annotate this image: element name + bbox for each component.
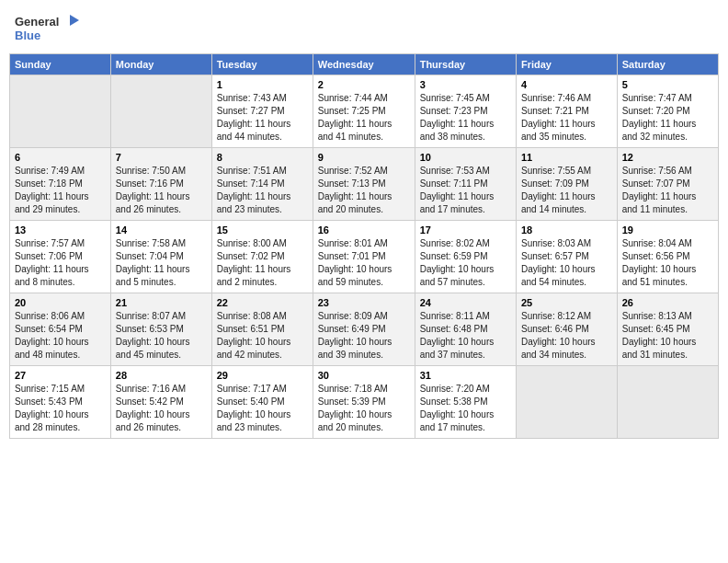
- day-number: 16: [318, 224, 410, 236]
- day-cell: [617, 366, 718, 439]
- day-info: Sunrise: 8:02 AM Sunset: 6:59 PM Dayligh…: [420, 237, 511, 289]
- day-number: 4: [521, 79, 612, 90]
- column-headers: SundayMondayTuesdayWednesdayThursdayFrid…: [10, 54, 719, 75]
- day-number: 5: [622, 79, 713, 90]
- day-number: 20: [15, 297, 106, 308]
- column-header-tuesday: Tuesday: [211, 54, 313, 75]
- week-row-1: 1Sunrise: 7:43 AM Sunset: 7:27 PM Daylig…: [10, 75, 719, 148]
- day-info: Sunrise: 8:04 AM Sunset: 6:56 PM Dayligh…: [622, 237, 713, 289]
- day-number: 30: [318, 370, 410, 381]
- day-info: Sunrise: 8:07 AM Sunset: 6:53 PM Dayligh…: [116, 310, 207, 362]
- logo: General Blue: [15, 13, 79, 42]
- day-number: 29: [217, 370, 308, 381]
- day-info: Sunrise: 7:20 AM Sunset: 5:38 PM Dayligh…: [420, 383, 511, 434]
- day-info: Sunrise: 7:15 AM Sunset: 5:43 PM Dayligh…: [15, 383, 106, 434]
- svg-marker-2: [70, 15, 79, 26]
- day-info: Sunrise: 8:13 AM Sunset: 6:45 PM Dayligh…: [622, 310, 713, 362]
- day-info: Sunrise: 8:11 AM Sunset: 6:48 PM Dayligh…: [420, 310, 511, 362]
- day-info: Sunrise: 7:46 AM Sunset: 7:21 PM Dayligh…: [521, 92, 612, 144]
- day-info: Sunrise: 7:47 AM Sunset: 7:20 PM Dayligh…: [622, 92, 713, 144]
- day-cell: [110, 75, 211, 148]
- day-cell: 19Sunrise: 8:04 AM Sunset: 6:56 PM Dayli…: [617, 221, 718, 293]
- day-cell: 30Sunrise: 7:18 AM Sunset: 5:39 PM Dayli…: [313, 366, 415, 439]
- day-number: 13: [15, 224, 106, 236]
- day-number: 28: [116, 370, 207, 381]
- day-cell: 27Sunrise: 7:15 AM Sunset: 5:43 PM Dayli…: [10, 366, 111, 439]
- day-cell: 29Sunrise: 7:17 AM Sunset: 5:40 PM Dayli…: [211, 366, 313, 439]
- logo-svg: General Blue: [15, 13, 79, 42]
- day-cell: 26Sunrise: 8:13 AM Sunset: 6:45 PM Dayli…: [617, 293, 718, 366]
- svg-text:Blue: Blue: [15, 29, 40, 42]
- day-cell: 18Sunrise: 8:03 AM Sunset: 6:57 PM Dayli…: [516, 221, 617, 293]
- day-info: Sunrise: 7:44 AM Sunset: 7:25 PM Dayligh…: [318, 92, 410, 144]
- page-header: General Blue: [9, 9, 719, 46]
- day-number: 3: [420, 79, 511, 90]
- week-row-2: 6Sunrise: 7:49 AM Sunset: 7:18 PM Daylig…: [10, 148, 719, 221]
- day-cell: 12Sunrise: 7:56 AM Sunset: 7:07 PM Dayli…: [617, 148, 718, 221]
- day-cell: 21Sunrise: 8:07 AM Sunset: 6:53 PM Dayli…: [110, 293, 211, 366]
- column-header-wednesday: Wednesday: [313, 54, 415, 75]
- day-number: 23: [318, 297, 410, 308]
- day-cell: [10, 75, 111, 148]
- day-info: Sunrise: 8:00 AM Sunset: 7:02 PM Dayligh…: [217, 237, 308, 289]
- day-cell: 20Sunrise: 8:06 AM Sunset: 6:54 PM Dayli…: [10, 293, 111, 366]
- day-cell: 2Sunrise: 7:44 AM Sunset: 7:25 PM Daylig…: [313, 75, 415, 148]
- day-info: Sunrise: 7:53 AM Sunset: 7:11 PM Dayligh…: [420, 165, 511, 216]
- day-number: 15: [217, 224, 308, 236]
- day-cell: 13Sunrise: 7:57 AM Sunset: 7:06 PM Dayli…: [10, 221, 111, 293]
- day-cell: 17Sunrise: 8:02 AM Sunset: 6:59 PM Dayli…: [415, 221, 516, 293]
- day-number: 6: [15, 152, 106, 163]
- day-info: Sunrise: 7:58 AM Sunset: 7:04 PM Dayligh…: [116, 237, 207, 289]
- day-cell: 14Sunrise: 7:58 AM Sunset: 7:04 PM Dayli…: [110, 221, 211, 293]
- day-info: Sunrise: 7:49 AM Sunset: 7:18 PM Dayligh…: [15, 165, 106, 216]
- day-number: 10: [420, 152, 511, 163]
- day-cell: 11Sunrise: 7:55 AM Sunset: 7:09 PM Dayli…: [516, 148, 617, 221]
- day-cell: 3Sunrise: 7:45 AM Sunset: 7:23 PM Daylig…: [415, 75, 516, 148]
- column-header-monday: Monday: [110, 54, 211, 75]
- day-number: 2: [318, 79, 410, 90]
- day-info: Sunrise: 8:03 AM Sunset: 6:57 PM Dayligh…: [521, 237, 612, 289]
- day-number: 27: [15, 370, 106, 381]
- day-info: Sunrise: 7:55 AM Sunset: 7:09 PM Dayligh…: [521, 165, 612, 216]
- day-number: 1: [217, 79, 308, 90]
- day-number: 8: [217, 152, 308, 163]
- day-cell: 31Sunrise: 7:20 AM Sunset: 5:38 PM Dayli…: [415, 366, 516, 439]
- day-info: Sunrise: 8:06 AM Sunset: 6:54 PM Dayligh…: [15, 310, 106, 362]
- day-cell: 5Sunrise: 7:47 AM Sunset: 7:20 PM Daylig…: [617, 75, 718, 148]
- day-info: Sunrise: 7:57 AM Sunset: 7:06 PM Dayligh…: [15, 237, 106, 289]
- day-info: Sunrise: 7:43 AM Sunset: 7:27 PM Dayligh…: [217, 92, 308, 144]
- column-header-saturday: Saturday: [617, 54, 718, 75]
- day-info: Sunrise: 8:09 AM Sunset: 6:49 PM Dayligh…: [318, 310, 410, 362]
- day-number: 18: [521, 224, 612, 236]
- day-cell: 28Sunrise: 7:16 AM Sunset: 5:42 PM Dayli…: [110, 366, 211, 439]
- day-cell: 16Sunrise: 8:01 AM Sunset: 7:01 PM Dayli…: [313, 221, 415, 293]
- day-cell: 24Sunrise: 8:11 AM Sunset: 6:48 PM Dayli…: [415, 293, 516, 366]
- day-cell: 7Sunrise: 7:50 AM Sunset: 7:16 PM Daylig…: [110, 148, 211, 221]
- day-cell: 10Sunrise: 7:53 AM Sunset: 7:11 PM Dayli…: [415, 148, 516, 221]
- day-info: Sunrise: 8:08 AM Sunset: 6:51 PM Dayligh…: [217, 310, 308, 362]
- day-info: Sunrise: 7:45 AM Sunset: 7:23 PM Dayligh…: [420, 92, 511, 144]
- day-cell: 25Sunrise: 8:12 AM Sunset: 6:46 PM Dayli…: [516, 293, 617, 366]
- day-info: Sunrise: 8:12 AM Sunset: 6:46 PM Dayligh…: [521, 310, 612, 362]
- day-cell: 4Sunrise: 7:46 AM Sunset: 7:21 PM Daylig…: [516, 75, 617, 148]
- day-info: Sunrise: 7:52 AM Sunset: 7:13 PM Dayligh…: [318, 165, 410, 216]
- day-cell: 8Sunrise: 7:51 AM Sunset: 7:14 PM Daylig…: [211, 148, 313, 221]
- day-number: 22: [217, 297, 308, 308]
- day-number: 9: [318, 152, 410, 163]
- day-number: 19: [622, 224, 713, 236]
- day-cell: 6Sunrise: 7:49 AM Sunset: 7:18 PM Daylig…: [10, 148, 111, 221]
- day-info: Sunrise: 7:56 AM Sunset: 7:07 PM Dayligh…: [622, 165, 713, 216]
- day-number: 26: [622, 297, 713, 308]
- column-header-thursday: Thursday: [415, 54, 516, 75]
- day-number: 14: [116, 224, 207, 236]
- week-row-3: 13Sunrise: 7:57 AM Sunset: 7:06 PM Dayli…: [10, 221, 719, 293]
- day-cell: 23Sunrise: 8:09 AM Sunset: 6:49 PM Dayli…: [313, 293, 415, 366]
- day-info: Sunrise: 7:16 AM Sunset: 5:42 PM Dayligh…: [116, 383, 207, 434]
- column-header-friday: Friday: [516, 54, 617, 75]
- column-header-sunday: Sunday: [10, 54, 111, 75]
- week-row-5: 27Sunrise: 7:15 AM Sunset: 5:43 PM Dayli…: [10, 366, 719, 439]
- day-cell: 9Sunrise: 7:52 AM Sunset: 7:13 PM Daylig…: [313, 148, 415, 221]
- day-number: 25: [521, 297, 612, 308]
- day-info: Sunrise: 7:17 AM Sunset: 5:40 PM Dayligh…: [217, 383, 308, 434]
- day-number: 17: [420, 224, 511, 236]
